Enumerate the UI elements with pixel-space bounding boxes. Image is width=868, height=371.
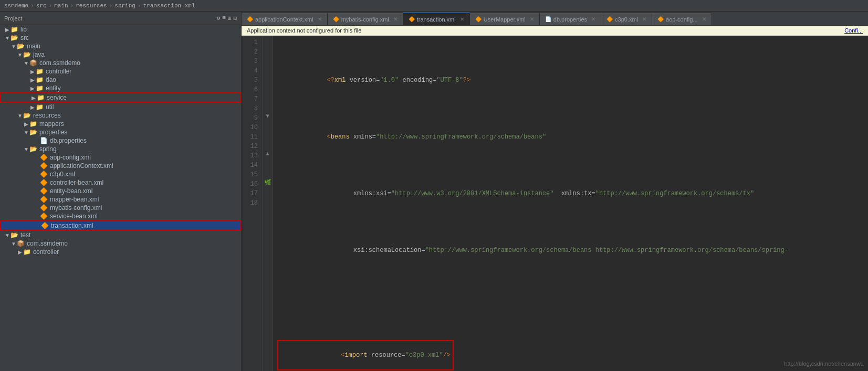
close-tab-application-context[interactable]: ✕ (318, 16, 322, 22)
tree-item-controller[interactable]: ▶ 📁 controller (0, 67, 241, 76)
expand-arrow-controller[interactable]: ▶ (29, 69, 36, 75)
settings-icon[interactable]: ≡ (222, 15, 226, 22)
code-content[interactable]: <?xml version="1.0" encoding="UTF-8"?> <… (273, 36, 868, 371)
tab-label-application-context: applicationContext.xml (255, 16, 313, 23)
folder-icon-test-controller: 📁 (23, 248, 31, 256)
tab-label-transaction: transaction.xml (417, 16, 456, 23)
xml-icon-transaction: 🔶 (41, 222, 49, 229)
folder-icon-src: 📂 (11, 34, 18, 41)
warning-message: Application context not configured for t… (247, 27, 361, 34)
tab-c3p0[interactable]: 🔶 c3p0.xml ✕ (601, 13, 652, 25)
expand-arrow-test[interactable]: ▼ (4, 232, 11, 238)
tree-item-resources[interactable]: ▼ 📂 resources (0, 111, 241, 120)
expand-arrow-properties[interactable]: ▼ (23, 130, 29, 135)
tab-mybatis-config[interactable]: 🔶 mybatis-config.xml ✕ (328, 13, 403, 25)
expand-arrow-src[interactable]: ▼ (4, 35, 11, 41)
code-line-3: xmlns:xsi="http://www.w3.org/2001/XMLSch… (277, 179, 864, 208)
tree-item-java[interactable]: ▼ 📂 java (0, 50, 241, 59)
tree-item-application-context[interactable]: 🔶 applicationContext.xml (0, 162, 241, 170)
tree-label-lib: lib (20, 26, 27, 33)
expand-arrow-util[interactable]: ▶ (29, 104, 36, 110)
tree-item-spring[interactable]: ▼ 📂 spring (0, 145, 241, 153)
tab-application-context[interactable]: 🔶 applicationContext.xml ✕ (242, 13, 328, 25)
tab-user-mapper[interactable]: 🔶 UserMapper.xml ✕ (470, 13, 540, 25)
xml-icon-c3p0: 🔶 (40, 171, 48, 178)
expand-arrow-com-ssmdemo[interactable]: ▼ (23, 60, 29, 66)
tree-item-mapper-bean[interactable]: 🔶 mapper-bean.xml (0, 195, 241, 204)
expand-arrow-java[interactable]: ▼ (17, 52, 23, 58)
tree-label-main: main (27, 43, 40, 50)
fold-end-13[interactable]: ▲ (263, 149, 273, 158)
tree-label-com-ssmdemo: com.ssmdemo (39, 59, 80, 67)
tree-label-c3p0: c3p0.xml (50, 171, 75, 178)
tree-item-service-bean[interactable]: 🔶 service-bean.xml (0, 212, 241, 220)
expand-arrow-test-controller[interactable]: ▶ (17, 249, 23, 255)
close-tab-mybatis-config[interactable]: ✕ (393, 16, 398, 22)
props-icon-db: 📄 (40, 137, 48, 144)
tree-item-transaction[interactable]: 🔶 transaction.xml (0, 220, 241, 231)
package-icon: 📦 (29, 59, 37, 67)
xml-icon-appcontext: 🔶 (40, 162, 48, 169)
expand-arrow-resources[interactable]: ▼ (17, 113, 23, 119)
tree-item-controller-bean[interactable]: 🔶 controller-bean.xml (0, 178, 241, 187)
folder-icon-test: 📂 (11, 231, 18, 239)
tab-label-mybatis-config: mybatis-config.xml (341, 16, 389, 23)
tab-db-properties[interactable]: 📄 db.properties ✕ (540, 13, 601, 25)
tree-item-main[interactable]: ▼ 📂 main (0, 42, 241, 50)
sidebar-title: Project (4, 15, 22, 22)
tree-item-db-properties[interactable]: 📄 db.properties (0, 136, 241, 145)
tree-item-test[interactable]: ▼ 📂 test (0, 231, 241, 239)
expand-arrow-mappers[interactable]: ▶ (23, 121, 29, 127)
tree-label-aop-config: aop-config.xml (50, 154, 91, 161)
xml-icon-mybatis-config: 🔶 (40, 204, 48, 211)
spring-icon-16: 🌿 (263, 177, 273, 187)
tree-item-entity[interactable]: ▶ 📁 entity (0, 84, 241, 92)
close-tab-user-mapper[interactable]: ✕ (530, 16, 534, 22)
close-tab-transaction[interactable]: ✕ (460, 16, 464, 22)
close-tab-aop-config[interactable]: ✕ (702, 16, 706, 22)
expand-arrow-lib[interactable]: ▶ (4, 27, 11, 33)
tree-item-entity-bean[interactable]: 🔶 entity-bean.xml (0, 187, 241, 195)
tree-label-resources: resources (33, 112, 61, 119)
tree-item-util[interactable]: ▶ 📁 util (0, 103, 241, 111)
tree-item-lib[interactable]: ▶ 📁 lib (0, 25, 241, 34)
tab-label-c3p0: c3p0.xml (615, 16, 638, 23)
tab-label-aop-config: aop-config... (666, 16, 698, 23)
code-editor[interactable]: 1 2 3 4 5 6 7 8 9 10 11 12 13 14 15 16 1… (242, 36, 868, 371)
expand-arrow-dao[interactable]: ▶ (29, 77, 36, 83)
tree-item-aop-config[interactable]: 🔶 aop-config.xml (0, 153, 241, 162)
props-icon-tab5: 📄 (545, 16, 551, 22)
folder-icon-spring: 📂 (29, 145, 37, 153)
tree-label-controller-bean: controller-bean.xml (50, 179, 103, 186)
tab-transaction[interactable]: 🔶 transaction.xml ✕ (403, 13, 470, 25)
tree-item-com-ssmdemo[interactable]: ▼ 📦 com.ssmdemo (0, 59, 241, 67)
close-tab-db-properties[interactable]: ✕ (591, 16, 595, 22)
tree-item-mybatis-config[interactable]: 🔶 mybatis-config.xml (0, 204, 241, 212)
config-link[interactable]: Confi... (844, 27, 863, 34)
tree-item-src[interactable]: ▼ 📂 src (0, 34, 241, 42)
code-line-2: <beans xmlns="http://www.springframework… (277, 123, 864, 151)
tree-item-service[interactable]: ▶ 📁 service (0, 92, 241, 103)
expand-arrow-entity[interactable]: ▶ (29, 86, 36, 91)
xml-icon-aop-config: 🔶 (40, 154, 48, 161)
tree-item-c3p0[interactable]: 🔶 c3p0.xml (0, 170, 241, 178)
tree-item-dao[interactable]: ▶ 📁 dao (0, 76, 241, 84)
gear-icon[interactable]: ⚙ (217, 15, 221, 22)
collapse-icon[interactable]: ⊟ (233, 15, 237, 22)
tree-item-mappers[interactable]: ▶ 📁 mappers (0, 120, 241, 128)
expand-arrow-spring[interactable]: ▼ (23, 146, 29, 152)
xml-icon-tab7: 🔶 (657, 16, 664, 22)
tree-item-properties[interactable]: ▼ 📂 properties (0, 128, 241, 136)
tab-aop-config[interactable]: 🔶 aop-config... ✕ (652, 13, 712, 25)
tree-label-transaction: transaction.xml (51, 222, 93, 229)
expand-arrow-main[interactable]: ▼ (11, 44, 17, 49)
tree-item-test-com-ssmdemo[interactable]: ▼ 📦 com.ssmdemo (0, 239, 241, 248)
tree-item-test-controller[interactable]: ▶ 📁 controller (0, 248, 241, 256)
expand-icon[interactable]: ⊞ (228, 15, 232, 22)
close-tab-c3p0[interactable]: ✕ (642, 16, 646, 22)
fold-arrow-9[interactable]: ▼ (263, 111, 273, 121)
expand-arrow-test-com[interactable]: ▼ (11, 241, 17, 247)
tree-label-db-properties: db.properties (50, 137, 87, 144)
expand-arrow-service[interactable]: ▶ (30, 95, 37, 101)
folder-icon-mappers: 📁 (29, 120, 37, 128)
